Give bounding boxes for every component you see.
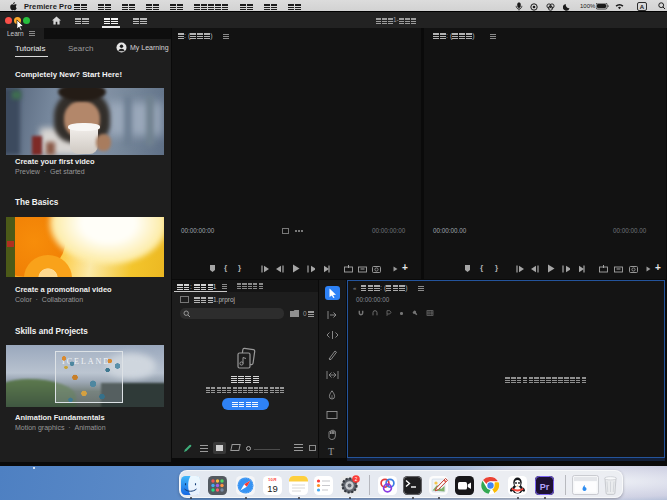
- svg-text:19: 19: [267, 482, 278, 493]
- svg-text:Pr: Pr: [540, 481, 550, 491]
- svg-text:10月: 10月: [268, 477, 277, 482]
- svg-text:2: 2: [354, 476, 357, 481]
- svg-text:A: A: [640, 4, 645, 10]
